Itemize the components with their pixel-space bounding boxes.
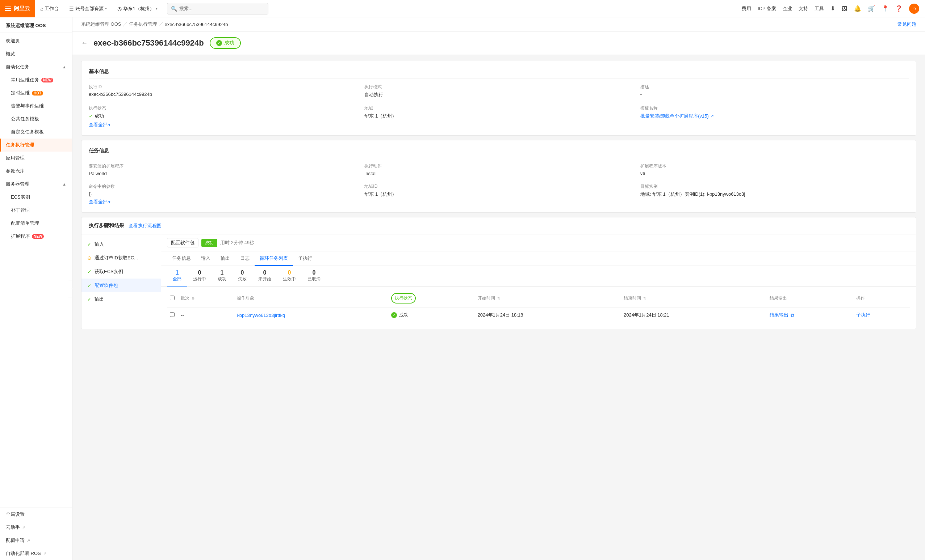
- task-view-all-link[interactable]: 查看全部 ▾: [89, 198, 357, 205]
- filter-label-not-started: 未开始: [258, 276, 271, 282]
- start-time-sort-icon[interactable]: ⇅: [497, 296, 500, 300]
- select-all-checkbox[interactable]: [170, 296, 175, 300]
- filter-tab-running[interactable]: 0 运行中: [187, 270, 212, 287]
- top-nav-brand[interactable]: 阿里云: [0, 0, 35, 17]
- filter-tab-failed[interactable]: 0 失败: [232, 270, 252, 287]
- image-icon[interactable]: 🖼: [842, 5, 848, 12]
- sidebar-item-ecs[interactable]: ECS实例: [0, 191, 72, 204]
- tab-output[interactable]: 输出: [215, 251, 235, 266]
- basic-field-exec-status: 执行状态 ✓ 成功 查看全部 ▾: [89, 105, 357, 128]
- sidebar-item-config[interactable]: 配置清单管理: [0, 217, 72, 230]
- workbench-nav-item[interactable]: ⌂ 工作台: [35, 0, 64, 17]
- field-value-template[interactable]: 批量安装/卸载单个扩展程序(v15) ↗: [640, 113, 909, 119]
- tools-nav-item[interactable]: 工具: [815, 5, 824, 12]
- account-nav-item[interactable]: ☰ 账号全部资源 ▾: [64, 0, 112, 17]
- exec-flow-link[interactable]: 查看执行流程图: [128, 222, 161, 229]
- sidebar-bottom: 全局设置 云助手 ↗ 配额申请 ↗ 自动化部署 ROS ↗: [0, 507, 72, 560]
- tab-input[interactable]: 输入: [196, 251, 215, 266]
- account-label: 账号全部资源: [75, 5, 104, 12]
- copy-icon[interactable]: ⧉: [791, 312, 794, 318]
- workbench-label: 工作台: [45, 5, 59, 12]
- filter-tab-not-started[interactable]: 0 未开始: [252, 270, 277, 287]
- filter-count-running: 0: [198, 270, 201, 276]
- filter-tab-all[interactable]: 1 全部: [167, 270, 187, 287]
- sidebar-item-alert-ops[interactable]: 告警与事件运维: [0, 99, 72, 113]
- hamburger-icon[interactable]: [5, 6, 11, 11]
- result-output-label[interactable]: 结果输出: [770, 312, 788, 318]
- notification-icon[interactable]: 🔔: [854, 5, 861, 12]
- quota-label: 配额申请: [6, 537, 25, 544]
- sidebar-label-app-mgmt: 应用管理: [6, 155, 25, 161]
- fee-nav-item[interactable]: 费用: [742, 5, 751, 12]
- sidebar-item-app-mgmt[interactable]: 应用管理: [0, 152, 72, 165]
- breadcrumb-right-text[interactable]: 常见问题: [898, 21, 916, 27]
- search-input[interactable]: [179, 6, 264, 11]
- step-item-config-pkg[interactable]: ✓ 配置软件包: [81, 279, 161, 292]
- home-icon: ⌂: [40, 6, 43, 12]
- sidebar-item-overview[interactable]: 概览: [0, 47, 72, 60]
- tab-task-info[interactable]: 任务信息: [167, 251, 196, 266]
- breadcrumb-item-exec-mgmt[interactable]: 任务执行管理: [129, 21, 157, 27]
- sidebar-item-server-mgmt[interactable]: 服务器管理 ▲: [0, 178, 72, 191]
- step-item-output[interactable]: ✓ 输出: [81, 292, 161, 306]
- batch-sort-icon[interactable]: ⇅: [191, 296, 194, 300]
- breadcrumb-item-root[interactable]: 系统运维管理 OOS: [81, 21, 121, 27]
- step-item-order[interactable]: ⊖ 通过订单ID获取EC...: [81, 251, 161, 265]
- sidebar-item-quota[interactable]: 配额申请 ↗: [0, 534, 72, 547]
- logo: 阿里云: [14, 5, 30, 12]
- field-label-exec-status: 执行状态: [89, 105, 357, 111]
- row-action-cell: 子执行: [853, 308, 910, 323]
- sidebar-item-public-templates[interactable]: 公共任务模板: [0, 113, 72, 126]
- sidebar-item-welcome[interactable]: 欢迎页: [0, 35, 72, 47]
- back-button[interactable]: ←: [81, 39, 87, 47]
- region-nav-item[interactable]: ◎ 华东1（杭州） ▾: [112, 0, 162, 17]
- table-row: -- i-bp13nywo613o3jlrtfkq ✓ 成功: [167, 308, 910, 323]
- filter-label-failed: 失败: [238, 276, 247, 282]
- location-icon[interactable]: 📍: [881, 5, 889, 12]
- user-avatar[interactable]: Ie: [909, 4, 919, 14]
- sidebar-item-global-settings[interactable]: 全局设置: [0, 508, 72, 521]
- sidebar-item-common-ops[interactable]: 常用运维任务 NEW: [0, 74, 72, 87]
- sidebar-item-task-exec[interactable]: 任务执行管理: [0, 138, 72, 152]
- sidebar-item-timed-ops[interactable]: 定时运维 HOT: [0, 87, 72, 99]
- tab-sub-exec[interactable]: 子执行: [293, 251, 317, 266]
- icp-nav-item[interactable]: ICP 备案: [758, 5, 776, 12]
- sidebar-item-cloud-assistant[interactable]: 云助手 ↗: [0, 521, 72, 534]
- end-time-sort-icon[interactable]: ⇅: [643, 296, 646, 300]
- account-icon: ☰: [69, 6, 74, 12]
- breadcrumb-sep-2: ／: [159, 21, 163, 27]
- step-item-input[interactable]: ✓ 输入: [81, 237, 161, 251]
- tab-loop-list[interactable]: 循环任务列表: [255, 251, 293, 266]
- filter-count-active: 0: [288, 270, 291, 276]
- result-output-wrapper: 结果输出 ⧉: [770, 312, 850, 318]
- sub-exec-link[interactable]: 子执行: [856, 312, 870, 318]
- basic-info-title: 基本信息: [89, 68, 909, 79]
- sidebar-item-extensions[interactable]: 扩展程序 NEW: [0, 230, 72, 243]
- step-item-get-ecs[interactable]: ✓ 获取ECS实例: [81, 265, 161, 279]
- support-nav-item[interactable]: 支持: [798, 5, 808, 12]
- help-icon[interactable]: ❓: [895, 5, 902, 12]
- filter-tab-active[interactable]: 0 生效中: [277, 270, 302, 287]
- filter-tab-cancelled[interactable]: 0 已取消: [302, 270, 326, 287]
- sidebar-item-auto-deploy[interactable]: 自动化部署 ROS ↗: [0, 547, 72, 560]
- filter-tab-success[interactable]: 1 成功: [212, 270, 232, 287]
- task-field-extension: 要安装的扩展程序 Palworld: [89, 163, 357, 176]
- region-label: 华东1（杭州）: [123, 5, 154, 12]
- target-link[interactable]: i-bp13nywo613o3jlrtfkq: [237, 312, 285, 318]
- view-all-link[interactable]: 查看全部 ▾: [89, 122, 357, 128]
- sidebar-item-params[interactable]: 参数仓库: [0, 165, 72, 178]
- cart-icon[interactable]: 🛒: [868, 5, 875, 12]
- sidebar-item-patch[interactable]: 补丁管理: [0, 204, 72, 217]
- download-icon[interactable]: ⬇: [830, 5, 835, 12]
- row-checkbox[interactable]: [170, 312, 175, 317]
- enterprise-nav-item[interactable]: 企业: [783, 5, 792, 12]
- field-label-target-instance: 目标实例: [640, 183, 909, 189]
- success-status-tag: 成功: [201, 239, 217, 247]
- sidebar-item-custom-templates[interactable]: 自定义任务模板: [0, 126, 72, 138]
- tab-log[interactable]: 日志: [235, 251, 255, 266]
- col-checkbox: [167, 290, 178, 308]
- sidebar-item-automation[interactable]: 自动化任务 ▲: [0, 60, 72, 74]
- search-box[interactable]: 🔍: [167, 3, 268, 15]
- sidebar-collapse-button[interactable]: ‹: [68, 280, 72, 297]
- exec-steps-header: 执行步骤和结果 查看执行流程图: [81, 218, 916, 234]
